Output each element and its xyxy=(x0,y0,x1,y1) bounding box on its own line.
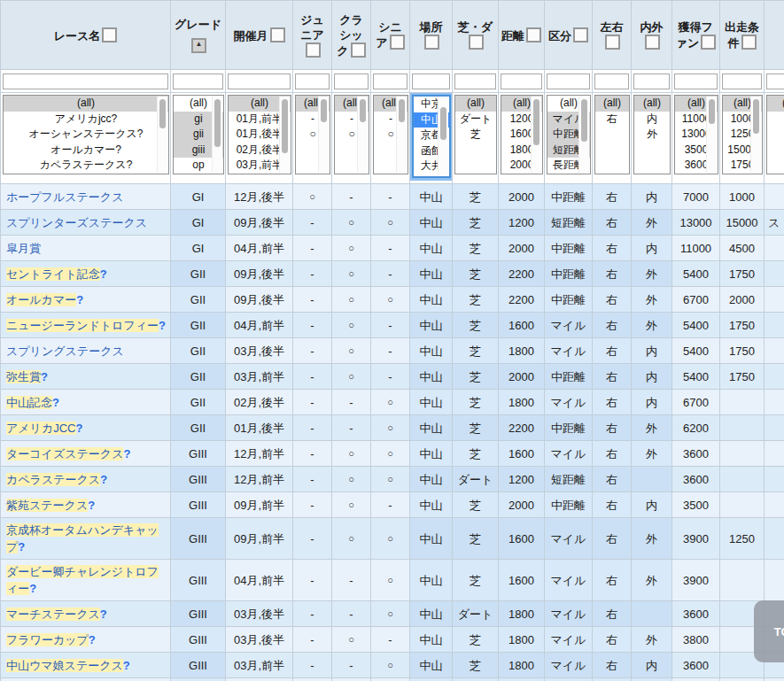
race-link[interactable]: スプリンターズステークス xyxy=(6,216,147,229)
column-header-race[interactable]: レース名 xyxy=(1,1,171,70)
filter-listbox-cond[interactable]: (all)10001250150001750 xyxy=(722,95,763,174)
race-dead-link[interactable]: フラワーカップ xyxy=(6,633,89,646)
sort-toggle-icon[interactable] xyxy=(270,27,285,43)
listbox-scrollbar[interactable] xyxy=(706,97,717,173)
race-dead-link[interactable]: 京成杯オータムハンデキャップ xyxy=(6,523,159,553)
filter-option-race[interactable]: オールカマー? xyxy=(4,143,168,159)
listbox-scrollbar[interactable] xyxy=(750,97,761,173)
filter-listbox-fans[interactable]: (all)110001300035003600 xyxy=(674,95,718,174)
race-dead-link[interactable]: ターコイズステークス xyxy=(6,447,123,460)
race-dead-link[interactable]: アメリカJCC xyxy=(6,422,76,435)
dead-link-question-icon[interactable]: ? xyxy=(88,499,95,512)
dead-link-question-icon[interactable]: ? xyxy=(100,607,107,621)
filter-option-io[interactable]: 内 xyxy=(634,112,670,128)
filter-listbox-senior[interactable]: (all)-○ xyxy=(373,95,408,174)
filter-listbox-junior[interactable]: (all)-○ xyxy=(295,95,330,174)
filter-text-input-lr[interactable] xyxy=(594,74,629,89)
filter-listbox-kubun[interactable]: (all)マイル中距離短距離長距離 xyxy=(547,95,591,174)
listbox-scrollbar[interactable] xyxy=(396,97,407,173)
scrollbar-thumb[interactable] xyxy=(440,107,446,140)
filter-option-surface[interactable]: 芝 xyxy=(455,127,496,143)
race-dead-link[interactable]: 中山記念 xyxy=(6,396,52,409)
sort-toggle-icon[interactable] xyxy=(701,35,716,50)
dead-link-question-icon[interactable]: ? xyxy=(41,370,48,383)
race-link[interactable]: 皐月賞 xyxy=(6,242,41,255)
race-dead-link[interactable]: 紫苑ステークス xyxy=(6,499,88,512)
column-header-surface[interactable]: 芝・ダ xyxy=(453,1,499,70)
scrollbar-thumb[interactable] xyxy=(214,99,221,146)
sort-toggle-icon[interactable] xyxy=(605,35,620,50)
filter-text-input-race[interactable] xyxy=(3,74,168,89)
scrollbar-thumb[interactable] xyxy=(360,99,366,122)
filter-option-extra[interactable]: (all) xyxy=(767,96,784,112)
race-dead-link[interactable]: オールカマー xyxy=(6,293,76,306)
column-header-junior[interactable]: ジュニア xyxy=(293,1,332,70)
column-header-place[interactable]: 場所 xyxy=(410,1,453,70)
race-dead-link[interactable]: セントライト記念 xyxy=(6,267,100,281)
column-header-fans[interactable]: 獲得ファン xyxy=(672,1,720,70)
listbox-scrollbar[interactable] xyxy=(157,97,167,173)
scrollbar-thumb[interactable] xyxy=(753,99,759,134)
sort-ascending-icon[interactable]: ▲ xyxy=(191,38,206,53)
filter-text-input-extra[interactable] xyxy=(766,74,784,89)
column-header-classic[interactable]: クラシック xyxy=(332,1,371,70)
scroll-to-top-button[interactable]: TOP xyxy=(754,600,784,662)
filter-listbox-grade[interactable]: (all)gigiigiiiop xyxy=(173,95,224,174)
column-header-grade[interactable]: グレード▲ xyxy=(171,1,226,70)
filter-listbox-dist[interactable]: (all)1200160018002000 xyxy=(501,95,543,174)
race-dead-link[interactable]: 弥生賞 xyxy=(6,370,41,383)
sort-toggle-icon[interactable] xyxy=(424,35,439,50)
dead-link-question-icon[interactable]: ? xyxy=(76,293,83,306)
scrollbar-thumb[interactable] xyxy=(581,99,587,141)
column-header-dist[interactable]: 距離 xyxy=(499,1,545,70)
column-header-senior[interactable]: シニア xyxy=(371,1,410,70)
column-header-cond[interactable]: 出走条件 xyxy=(720,1,765,70)
scrollbar-thumb[interactable] xyxy=(282,99,288,152)
filter-option-extra[interactable]: ニ xyxy=(767,112,784,128)
dead-link-question-icon[interactable]: ? xyxy=(76,422,83,435)
sort-toggle-icon[interactable] xyxy=(351,43,366,58)
filter-text-input-classic[interactable] xyxy=(334,74,369,89)
filter-listbox-month[interactable]: (all)01月,前半01月,後半02月,後半03月,前半 xyxy=(228,95,291,174)
scrollbar-thumb[interactable] xyxy=(399,99,405,122)
column-header-lr[interactable]: 左右 xyxy=(593,1,632,70)
column-header-extra[interactable] xyxy=(765,1,784,70)
dead-link-question-icon[interactable]: ? xyxy=(123,447,130,460)
filter-text-input-io[interactable] xyxy=(633,74,670,89)
scrollbar-thumb[interactable] xyxy=(321,99,327,122)
sort-toggle-icon[interactable] xyxy=(390,35,405,50)
dead-link-question-icon[interactable]: ? xyxy=(18,540,25,553)
dead-link-question-icon[interactable]: ? xyxy=(159,319,166,332)
sort-toggle-icon[interactable] xyxy=(306,43,321,58)
listbox-scrollbar[interactable] xyxy=(212,97,222,173)
filter-option-io[interactable]: (all) xyxy=(634,96,670,112)
filter-option-surface[interactable]: ダート xyxy=(455,112,496,128)
filter-listbox-extra[interactable]: (all)ニス三名 xyxy=(766,95,784,174)
scrollbar-thumb[interactable] xyxy=(159,99,166,128)
column-header-kubun[interactable]: 区分 xyxy=(545,1,593,70)
dead-link-question-icon[interactable]: ? xyxy=(52,396,59,409)
filter-text-input-surface[interactable] xyxy=(454,74,496,89)
race-dead-link[interactable]: 中山ウマ娘ステークス xyxy=(6,659,123,672)
race-link[interactable]: スプリングステークス xyxy=(6,344,124,358)
scrollbar-thumb[interactable] xyxy=(533,99,539,145)
filter-listbox-io[interactable]: (all)内外 xyxy=(633,95,671,174)
filter-option-race[interactable]: カペラステークス? xyxy=(4,158,168,174)
dead-link-question-icon[interactable]: ? xyxy=(100,473,107,486)
filter-text-input-fans[interactable] xyxy=(674,74,718,89)
dead-link-question-icon[interactable]: ? xyxy=(29,582,36,595)
race-link[interactable]: ホープフルステークス xyxy=(6,190,123,204)
filter-text-input-place[interactable] xyxy=(412,74,450,89)
sort-toggle-icon[interactable] xyxy=(469,35,484,50)
listbox-scrollbar[interactable] xyxy=(531,97,541,173)
filter-listbox-lr[interactable]: (all)右 xyxy=(594,95,630,174)
listbox-scrollbar[interactable] xyxy=(279,97,290,173)
column-header-io[interactable]: 内外 xyxy=(632,1,672,70)
dead-link-question-icon[interactable]: ? xyxy=(123,659,130,672)
race-dead-link[interactable]: ニュージーランドトロフィー xyxy=(6,319,159,332)
filter-text-input-junior[interactable] xyxy=(295,74,330,89)
filter-option-race[interactable]: アメリカjcc? xyxy=(4,112,168,128)
filter-option-surface[interactable]: (all) xyxy=(455,96,496,112)
filter-option-lr[interactable]: 右 xyxy=(595,112,629,128)
filter-option-lr[interactable]: (all) xyxy=(595,96,629,112)
